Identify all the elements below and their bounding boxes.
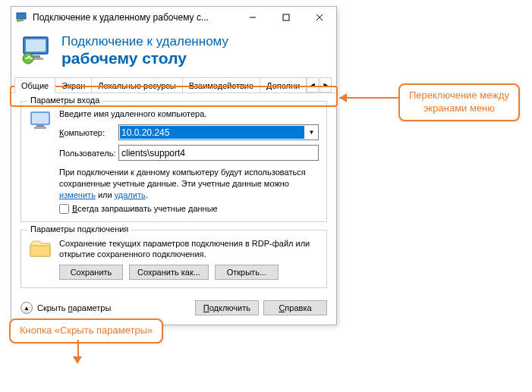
rdp-logo-icon — [20, 34, 54, 67]
tab-local-resources[interactable]: Локальные ресурсы — [91, 77, 182, 93]
header-line2: рабочему столу — [61, 49, 228, 67]
header-line1: Подключение к удаленному — [61, 34, 228, 49]
always-ask-label: Всегда запрашивать учетные данные — [72, 204, 218, 213]
tab-experience[interactable]: Взаимодействие — [182, 77, 260, 93]
computer-icon — [29, 109, 59, 135]
annotation-callout-hide: Кнопка «Скрыть параметры» — [9, 318, 163, 343]
app-icon — [16, 11, 28, 24]
annotation-arrowhead-hide — [73, 356, 82, 364]
computer-combobox[interactable]: ▼ — [118, 124, 319, 140]
computer-label: Компьютер: — [59, 128, 118, 137]
computer-input[interactable] — [120, 126, 304, 139]
svg-rect-4 — [283, 14, 289, 20]
collapse-toggle-icon[interactable]: ▲ — [20, 302, 33, 314]
svg-rect-8 — [26, 39, 46, 52]
tab-advanced[interactable]: Дополни — [260, 77, 307, 93]
credentials-note: При подключении к данному компьютеру буд… — [59, 167, 319, 201]
svg-rect-12 — [31, 112, 49, 124]
minimize-button[interactable] — [236, 7, 269, 28]
connection-desc: Сохранение текущих параметров подключени… — [59, 238, 319, 261]
tab-general[interactable]: Общие — [14, 77, 55, 93]
always-ask-checkbox[interactable] — [59, 204, 69, 214]
login-instruction: Введите имя удаленного компьютера. — [59, 109, 319, 118]
svg-rect-14 — [34, 127, 46, 129]
connect-button[interactable]: Подключить — [195, 300, 259, 315]
save-button[interactable]: Сохранить — [59, 265, 123, 280]
connection-groupbox: Параметры подключения Сохранение текущих… — [20, 230, 327, 289]
tabstrip: Общие Экран Локальные ресурсы Взаимодейс… — [11, 75, 336, 93]
annotation-callout-tabs: Переключение между экранами меню — [398, 83, 520, 121]
user-input[interactable] — [118, 145, 319, 161]
edit-credentials-link[interactable]: изменить — [59, 190, 96, 199]
titlebar: Подключение к удаленному рабочему с... — [11, 7, 336, 28]
close-button[interactable] — [303, 7, 336, 28]
svg-rect-13 — [36, 125, 44, 127]
header-banner: Подключение к удаленному рабочему столу — [11, 28, 336, 75]
maximize-button[interactable] — [269, 7, 303, 28]
folder-icon — [29, 238, 59, 261]
rdp-window: Подключение к удаленному рабочему с... П… — [11, 6, 337, 325]
save-as-button[interactable]: Сохранить как... — [129, 265, 209, 280]
help-button[interactable]: Справка — [263, 300, 327, 315]
annotation-arrow-tabs — [339, 97, 398, 99]
connection-group-title: Параметры подключения — [27, 224, 131, 234]
login-group-title: Параметры входа — [27, 96, 102, 105]
header-titles: Подключение к удаленному рабочему столу — [61, 34, 228, 67]
annotation-arrowhead-tabs — [339, 93, 347, 102]
svg-point-2 — [17, 19, 20, 22]
delete-credentials-link[interactable]: удалить — [115, 190, 146, 199]
svg-rect-0 — [17, 13, 26, 19]
chevron-down-icon[interactable]: ▼ — [305, 125, 318, 140]
open-button[interactable]: Открыть... — [215, 265, 279, 280]
login-groupbox: Параметры входа Введите имя удаленного к… — [20, 101, 327, 222]
user-label: Пользователь: — [59, 149, 118, 158]
tab-scroll-left[interactable]: ◄ — [307, 77, 319, 93]
window-title: Подключение к удаленному рабочему с... — [33, 12, 236, 23]
tab-display[interactable]: Экран — [55, 77, 92, 93]
hide-params-link[interactable]: Скрыть параметры — [37, 303, 111, 312]
tab-scroll-right[interactable]: ► — [320, 77, 332, 93]
annotation-arrow-hide — [77, 340, 79, 358]
